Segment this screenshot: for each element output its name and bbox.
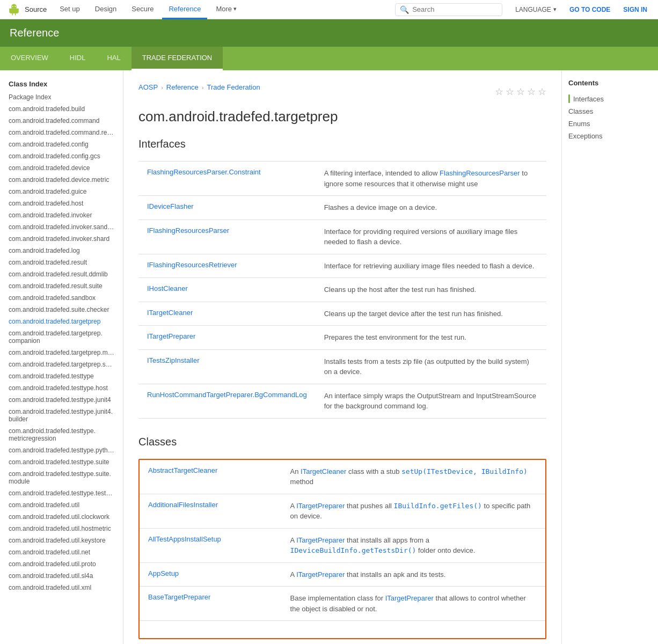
sidebar-link-testtype[interactable]: com.android.tradefed.testtype	[0, 370, 123, 382]
sidebar-link-config-gcs[interactable]: com.android.tradefed.config.gcs	[0, 150, 123, 162]
toc-item-enums[interactable]: Enums	[568, 118, 652, 130]
search-input[interactable]	[412, 5, 498, 13]
sidebar-link-targetprep-multi[interactable]: com.android.tradefed.targetprep.multi	[0, 347, 123, 358]
star-2[interactable]: ☆	[506, 86, 514, 98]
star-4[interactable]: ☆	[527, 86, 536, 98]
interface-link-ihostcleaner[interactable]: IHostCleaner	[147, 284, 188, 292]
interface-link-itargetpreparer[interactable]: ITargetPreparer	[147, 332, 195, 340]
language-button[interactable]: LANGUAGE ▾	[511, 4, 561, 16]
sidebar-link-host[interactable]: com.android.tradefed.host	[0, 197, 123, 209]
toc-item-classes[interactable]: Classes	[568, 105, 652, 118]
sidebar-class-index[interactable]: Class Index	[0, 77, 123, 91]
sidebar-link-device[interactable]: com.android.tradefed.device	[0, 162, 123, 174]
sidebar-link-targetprep-companion[interactable]: com.android.tradefed.targetprep.companio…	[0, 327, 123, 347]
inline-link-idevicebuildinfo-gettestsdir[interactable]: IDeviceBuildInfo.getTestsDir()	[290, 546, 416, 554]
sidebar-link-result[interactable]: com.android.tradefed.result	[0, 257, 123, 268]
sidebar-link-targetprep[interactable]: com.android.tradefed.targetprep	[0, 316, 123, 327]
sidebar-link-util-proto[interactable]: com.android.tradefed.util.proto	[0, 558, 123, 570]
breadcrumb-tradefederation[interactable]: Trade Federation	[207, 83, 260, 91]
class-desc-cell: A ITargetPreparer that installs an apk a…	[282, 562, 545, 587]
inline-link-setup[interactable]: setUp(ITestDevice, IBuildInfo)	[401, 467, 528, 475]
interface-link-iflashingresourcesparser[interactable]: IFlashingResourcesParser	[147, 226, 229, 235]
interface-desc-cell: Installs tests from a tests zip file (as…	[316, 349, 546, 384]
sidebar-link-log[interactable]: com.android.tradefed.log	[0, 245, 123, 257]
interface-desc-cell: Flashes a device image on a device.	[316, 196, 546, 220]
interface-name-cell: FlashingResourcesParser.Constraint	[138, 162, 316, 196]
interface-link-ideviceflasher[interactable]: IDeviceFlasher	[147, 202, 194, 210]
sidebar-link-util-hostmetric[interactable]: com.android.tradefed.util.hostmetric	[0, 523, 123, 535]
interface-link-runhostcommand[interactable]: RunHostCommandTargetPreparer.BgCommandLo…	[147, 391, 307, 399]
sidebar-link-invoker[interactable]: com.android.tradefed.invoker	[0, 209, 123, 221]
sidebar-link-util-clockwork[interactable]: com.android.tradefed.util.clockwork	[0, 511, 123, 523]
sidebar-link-testtype-python[interactable]: com.android.tradefed.testtype.python	[0, 444, 123, 456]
nav-more[interactable]: More ▾	[209, 0, 243, 19]
star-3[interactable]: ☆	[516, 86, 525, 98]
nav-reference[interactable]: Reference	[162, 0, 207, 19]
sidebar-link-result-ddmlib[interactable]: com.android.tradefed.result.ddmlib	[0, 268, 123, 280]
sidebar-link-guice[interactable]: com.android.tradefed.guice	[0, 186, 123, 197]
go-to-code-button[interactable]: GO TO CODE	[565, 4, 615, 16]
nav-setup[interactable]: Set up	[53, 0, 86, 19]
search-icon: 🔍	[400, 5, 409, 14]
interface-link-flashingresourcesparser-constraint[interactable]: FlashingResourcesParser.Constraint	[147, 168, 261, 176]
subnav-hidl[interactable]: HIDL	[59, 47, 97, 70]
star-1[interactable]: ☆	[495, 86, 503, 98]
main-layout: Class Index Package Index com.android.tr…	[0, 70, 658, 644]
sidebar-link-testtype-junit4-builder[interactable]: com.android.tradefed.testtype.junit4.bui…	[0, 406, 123, 425]
sidebar-link-result-suite[interactable]: com.android.tradefed.result.suite	[0, 280, 123, 292]
sidebar-link-testtype-metricregression[interactable]: com.android.tradefed.testtype.metricregr…	[0, 425, 123, 444]
sidebar-link-device-metric[interactable]: com.android.tradefed.device.metric	[0, 174, 123, 186]
sidebar-link-testtype-suite-module[interactable]: com.android.tradefed.testtype.suite.modu…	[0, 468, 123, 487]
page-title: com.android.tradefed.targetprep	[138, 108, 546, 125]
class-link-alltestappsinstallsetup[interactable]: AllTestAppsInstallSetup	[148, 535, 221, 543]
subnav-overview[interactable]: OVERVIEW	[0, 47, 59, 70]
inline-link-itargetpreparer-2[interactable]: ITargetPreparer	[296, 502, 345, 510]
subnav-tradefederation[interactable]: TRADE FEDERATION	[131, 47, 223, 70]
interface-link-iflashingresourcesretriever[interactable]: IFlashingResourcesRetriever	[147, 261, 237, 269]
sidebar-link-util-sl4a[interactable]: com.android.tradefed.util.sl4a	[0, 570, 123, 582]
nav-secure[interactable]: Secure	[125, 0, 160, 19]
sidebar-link-util[interactable]: com.android.tradefed.util	[0, 499, 123, 511]
interface-link-itestszipinstaller[interactable]: ITestsZipInstaller	[147, 356, 200, 364]
class-link-basetargetpreparer[interactable]: BaseTargetPreparer	[148, 593, 210, 601]
sidebar-link-targetprep-suite[interactable]: com.android.tradefed.targetprep.suite	[0, 358, 123, 370]
star-5[interactable]: ☆	[538, 86, 546, 98]
sidebar-link-util-keystore[interactable]: com.android.tradefed.util.keystore	[0, 535, 123, 546]
sidebar-link-suite-checker[interactable]: com.android.tradefed.suite.checker	[0, 304, 123, 316]
sidebar-link-util-net[interactable]: com.android.tradefed.util.net	[0, 546, 123, 558]
toc-item-interfaces[interactable]: Interfaces	[568, 92, 652, 105]
interface-name-cell: IFlashingResourcesRetriever	[138, 254, 316, 278]
inline-link-itargetpreparer-5[interactable]: ITargetPreparer	[385, 594, 434, 602]
interface-desc-cell: Cleans up the target device after the te…	[316, 302, 546, 326]
sidebar-link-testtype-host[interactable]: com.android.tradefed.testtype.host	[0, 382, 123, 394]
sidebar-link-invoker-sandbox[interactable]: com.android.tradefed.invoker.sandbox	[0, 221, 123, 233]
sidebar-link-command-remote[interactable]: com.android.tradefed.command.remote	[0, 127, 123, 138]
toc-item-exceptions[interactable]: Exceptions	[568, 130, 652, 142]
class-link-appsetup[interactable]: AppSetup	[148, 569, 179, 577]
interface-link-itargetcleaner[interactable]: ITargetCleaner	[147, 309, 193, 317]
sidebar-link-build[interactable]: com.android.tradefed.build	[0, 103, 123, 115]
class-link-abstracttargetcleaner[interactable]: AbstractTargetCleaner	[148, 466, 217, 474]
sidebar-link-invoker-shard[interactable]: com.android.tradefed.invoker.shard	[0, 233, 123, 245]
sidebar-link-config[interactable]: com.android.tradefed.config	[0, 138, 123, 150]
breadcrumb-reference[interactable]: Reference	[166, 83, 199, 91]
inline-link-itargetcleaner[interactable]: ITargetCleaner	[301, 467, 346, 475]
sidebar-link-testtype-suite[interactable]: com.android.tradefed.testtype.suite	[0, 456, 123, 468]
sidebar-link-testtype-junit4[interactable]: com.android.tradefed.testtype.junit4	[0, 394, 123, 406]
sidebar-link-testtype-testdefs[interactable]: com.android.tradefed.testtype.testdefs	[0, 487, 123, 499]
sidebar-link-command[interactable]: com.android.tradefed.command	[0, 115, 123, 127]
inline-link-ibuildinfo-getfiles[interactable]: IBuildInfo.getFiles()	[394, 502, 482, 510]
inline-link-flashingresourcesparser[interactable]: FlashingResourcesParser	[440, 169, 520, 177]
interface-desc-cell: Cleans up the host after the test run ha…	[316, 278, 546, 302]
sidebar-link-sandbox[interactable]: com.android.tradefed.sandbox	[0, 292, 123, 304]
sign-in-button[interactable]: SIGN IN	[619, 4, 652, 16]
subnav-hal[interactable]: HAL	[96, 47, 131, 70]
breadcrumb-aosp[interactable]: AOSP	[138, 83, 158, 91]
class-link-additionalfilesinstaller[interactable]: AdditionalFilesInstaller	[148, 501, 218, 509]
logo[interactable]: Source	[6, 2, 47, 17]
sidebar-package-index[interactable]: Package Index	[0, 91, 123, 103]
inline-link-itargetpreparer-4[interactable]: ITargetPreparer	[296, 570, 345, 579]
sidebar-link-util-xml[interactable]: com.android.tradefed.util.xml	[0, 582, 123, 594]
nav-design[interactable]: Design	[89, 0, 123, 19]
inline-link-itargetpreparer-3[interactable]: ITargetPreparer	[296, 536, 345, 544]
